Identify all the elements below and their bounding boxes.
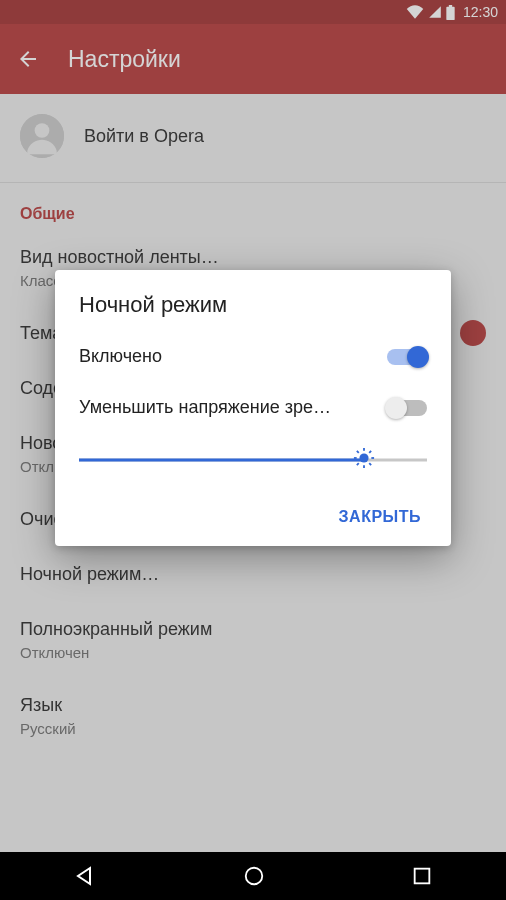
- svg-point-2: [360, 453, 369, 462]
- dialog-actions: ЗАКРЫТЬ: [79, 492, 427, 536]
- clock-text: 12:30: [463, 4, 498, 20]
- svg-line-8: [370, 463, 372, 465]
- close-button[interactable]: ЗАКРЫТЬ: [333, 498, 427, 536]
- android-nav-bar: [0, 852, 506, 900]
- wifi-icon: [406, 5, 424, 19]
- nav-home-icon[interactable]: [243, 865, 265, 887]
- sign-in-label: Войти в Opera: [84, 126, 204, 147]
- avatar-icon: [20, 114, 64, 158]
- svg-line-9: [357, 463, 359, 465]
- svg-rect-12: [415, 869, 430, 884]
- battery-icon: [446, 5, 455, 20]
- svg-line-7: [357, 451, 359, 453]
- svg-point-11: [246, 868, 263, 885]
- list-item-language[interactable]: Язык Русский: [0, 677, 506, 753]
- dialog-title: Ночной режим: [79, 292, 427, 318]
- list-item-primary: Полноэкранный режим: [20, 619, 486, 640]
- section-general-header: Общие: [0, 183, 506, 229]
- toggle-row-eye-strain: Уменьшить напряжение зрен…: [79, 397, 427, 418]
- night-mode-dialog: Ночной режим Включено Уменьшить напряжен…: [55, 270, 451, 546]
- svg-line-10: [370, 451, 372, 453]
- list-item-primary: Язык: [20, 695, 486, 716]
- toggle-label: Включено: [79, 346, 162, 367]
- android-status-bar: 12:30: [0, 0, 506, 24]
- switch-enabled[interactable]: [387, 349, 427, 365]
- list-item-secondary: Русский: [20, 720, 486, 737]
- list-item-fullscreen[interactable]: Полноэкранный режим Отключен: [0, 601, 506, 677]
- toggle-row-enabled: Включено: [79, 346, 427, 367]
- toggle-label: Уменьшить напряжение зрен…: [79, 397, 339, 418]
- sign-in-row[interactable]: Войти в Opera: [0, 94, 506, 183]
- list-item-primary: Ночной режим…: [20, 564, 486, 585]
- slider-fill: [79, 459, 364, 462]
- svg-point-1: [35, 123, 50, 138]
- signal-icon: [428, 5, 442, 19]
- brightness-slider[interactable]: [79, 448, 427, 472]
- brightness-icon: [353, 447, 375, 473]
- theme-color-swatch: [460, 320, 486, 346]
- page-title: Настройки: [68, 46, 181, 73]
- list-item-night-mode[interactable]: Ночной режим…: [0, 546, 506, 601]
- switch-eye-strain[interactable]: [387, 400, 427, 416]
- list-item-primary: Вид новостной ленты…: [20, 247, 486, 268]
- back-icon[interactable]: [16, 47, 40, 71]
- list-item-secondary: Отключен: [20, 644, 486, 661]
- nav-back-icon[interactable]: [73, 864, 97, 888]
- nav-recent-icon[interactable]: [411, 865, 433, 887]
- app-bar: Настройки: [0, 24, 506, 94]
